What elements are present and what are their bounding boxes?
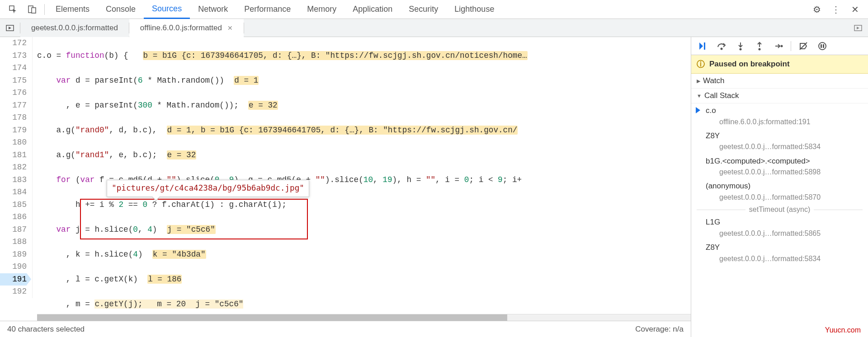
debugger-sidebar: ⓘ Paused on breakpoint Watch Call Stack … bbox=[691, 37, 868, 337]
file-tab-label: offline.6.0.0.js:formatted bbox=[140, 23, 222, 33]
stack-frame[interactable]: b1G.<computed>.<computed> geetest.0.0.0.… bbox=[691, 154, 868, 179]
tab-security[interactable]: Security bbox=[401, 0, 446, 19]
tab-elements[interactable]: Elements bbox=[47, 0, 98, 19]
editor-status-bar: 40 characters selected Coverage: n/a bbox=[0, 321, 691, 337]
file-tab-offline[interactable]: offline.6.0.0.js:formatted✕ bbox=[129, 19, 244, 37]
selection-status: 40 characters selected bbox=[7, 325, 85, 334]
device-toggle-icon[interactable] bbox=[25, 3, 39, 16]
tab-performance[interactable]: Performance bbox=[236, 0, 299, 19]
tab-application[interactable]: Application bbox=[344, 0, 401, 19]
tab-console[interactable]: Console bbox=[98, 0, 144, 19]
stack-frame[interactable]: c.o offline.6.0.0.js:formatted:191 bbox=[691, 103, 868, 129]
svg-point-9 bbox=[781, 45, 783, 47]
deactivate-breakpoints-icon[interactable] bbox=[796, 39, 811, 53]
run-snippet-icon[interactable] bbox=[848, 19, 868, 37]
async-divider: setTimeout (async) bbox=[691, 204, 868, 215]
coverage-status: Coverage: n/a bbox=[635, 325, 684, 334]
highlight-box bbox=[80, 199, 308, 239]
svg-point-11 bbox=[819, 42, 826, 50]
paused-banner: ⓘ Paused on breakpoint bbox=[691, 55, 868, 74]
svg-point-7 bbox=[740, 48, 742, 50]
stack-frame[interactable]: (anonymous) geetest.0.0.0.j…formatted:58… bbox=[691, 179, 868, 204]
svg-rect-12 bbox=[821, 44, 822, 48]
show-navigator-icon[interactable] bbox=[0, 19, 20, 37]
resume-icon[interactable] bbox=[695, 39, 710, 53]
devtools-tab-bar: Elements Console Sources Network Perform… bbox=[0, 0, 868, 19]
svg-point-6 bbox=[721, 47, 723, 50]
step-over-icon[interactable] bbox=[714, 39, 729, 53]
inspect-icon[interactable] bbox=[6, 3, 20, 16]
close-devtools-icon[interactable]: ✕ bbox=[848, 3, 862, 16]
tab-memory[interactable]: Memory bbox=[299, 0, 344, 19]
step-out-icon[interactable] bbox=[752, 39, 767, 53]
file-tab-geetest[interactable]: geetest.0.0.0.js:formatted bbox=[20, 19, 129, 37]
step-icon[interactable] bbox=[771, 39, 786, 53]
stack-frame[interactable]: Z8Y geetest.0.0.0.j…formatted:5834 bbox=[691, 129, 868, 154]
stack-frame[interactable]: L1G geetest.0.0.0.j…formatted:5865 bbox=[691, 215, 868, 240]
more-vert-icon[interactable]: ⋮ bbox=[829, 3, 843, 16]
tab-sources[interactable]: Sources bbox=[144, 0, 190, 19]
horizontal-scrollbar[interactable] bbox=[37, 314, 691, 321]
pause-on-exceptions-icon[interactable] bbox=[815, 39, 830, 53]
separator bbox=[44, 4, 45, 15]
file-tab-bar: geetest.0.0.0.js:formatted offline.6.0.0… bbox=[0, 19, 868, 37]
stack-frame[interactable]: Z8Y geetest.0.0.0.j…formatted:5834 bbox=[691, 240, 868, 266]
watermark-text: Yuucn.com bbox=[825, 326, 861, 334]
svg-rect-2 bbox=[32, 8, 36, 13]
file-tab-label: geetest.0.0.0.js:formatted bbox=[31, 23, 118, 33]
tab-lighthouse[interactable]: Lighthouse bbox=[446, 0, 502, 19]
svg-rect-13 bbox=[823, 44, 824, 48]
info-icon: ⓘ bbox=[697, 59, 705, 70]
paused-banner-text: Paused on breakpoint bbox=[709, 60, 790, 69]
code-lines[interactable]: c.o = function(b) { b = b1G {c: 16739466… bbox=[37, 37, 691, 321]
watch-panel-header[interactable]: Watch bbox=[691, 74, 868, 89]
callstack-frames: c.o offline.6.0.0.js:formatted:191 Z8Y g… bbox=[691, 103, 868, 266]
svg-rect-5 bbox=[704, 42, 705, 50]
code-editor[interactable]: 172173174175 176177178179 180181182183 1… bbox=[0, 37, 691, 337]
svg-point-8 bbox=[759, 48, 761, 50]
settings-gear-icon[interactable]: ⚙ bbox=[810, 3, 824, 16]
tab-network[interactable]: Network bbox=[190, 0, 236, 19]
value-tooltip: "pictures/gt/c4ca4238a/bg/95b6ab9dc.jpg" bbox=[107, 180, 309, 197]
step-into-icon[interactable] bbox=[733, 39, 748, 53]
debugger-toolbar bbox=[691, 37, 868, 55]
close-file-tab-icon[interactable]: ✕ bbox=[227, 24, 233, 32]
callstack-panel-header[interactable]: Call Stack bbox=[691, 89, 868, 103]
line-gutter: 172173174175 176177178179 180181182183 1… bbox=[0, 37, 33, 298]
